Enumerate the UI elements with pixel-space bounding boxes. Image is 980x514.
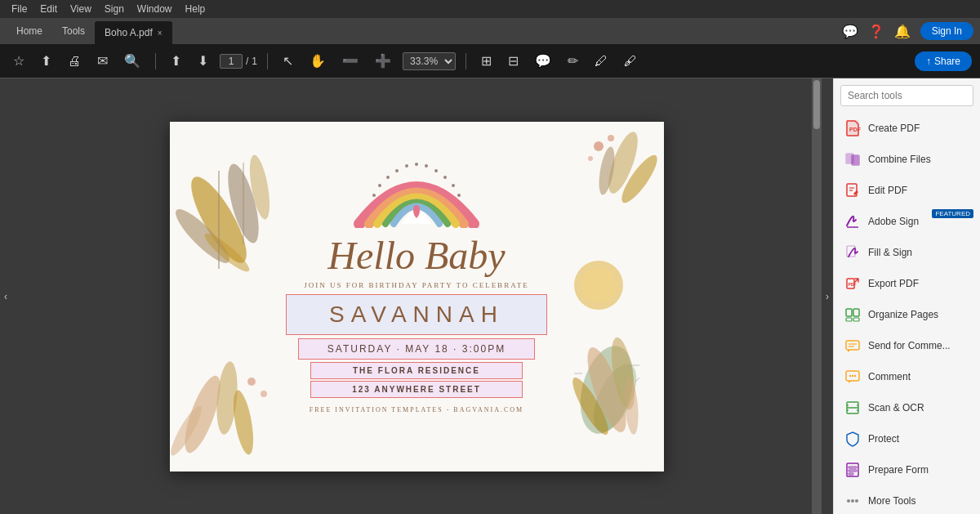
bookmark-button[interactable]: ☆ xyxy=(8,50,29,72)
tool-edit-pdf[interactable]: Edit PDF xyxy=(834,175,980,206)
scan-ocr-icon xyxy=(844,399,862,417)
pen-tool-button[interactable]: ✏ xyxy=(563,50,583,72)
svg-point-36 xyxy=(425,164,428,168)
create-pdf-label: Create PDF xyxy=(868,123,920,134)
select-tool-button[interactable]: ↖ xyxy=(278,50,298,72)
export-pdf-icon: PDF xyxy=(844,275,862,293)
more-tools-icon xyxy=(844,492,862,510)
svg-point-31 xyxy=(378,184,381,187)
join-us-text: JOIN US FOR BIRTHDAY PARTY TO CELEBRATE xyxy=(304,281,528,289)
tab-home[interactable]: Home xyxy=(7,22,52,40)
svg-point-34 xyxy=(405,164,408,168)
svg-rect-70 xyxy=(849,467,857,468)
notifications-icon[interactable]: 🔔 xyxy=(894,24,911,39)
menu-edit[interactable]: Edit xyxy=(35,2,62,16)
menu-help[interactable]: Help xyxy=(180,2,211,16)
svg-rect-52 xyxy=(846,309,852,316)
protect-label: Protect xyxy=(868,433,899,445)
page-input[interactable] xyxy=(220,54,243,69)
share-icon: ↑ xyxy=(926,56,931,67)
venue2-text: 123 ANYWHERE STREET xyxy=(324,385,509,394)
stamp-button[interactable]: 🖋 xyxy=(619,51,642,72)
combine-files-icon xyxy=(844,150,862,168)
comment-icon xyxy=(844,368,862,386)
svg-point-33 xyxy=(395,169,399,172)
search-tools-input[interactable] xyxy=(840,85,973,106)
svg-point-35 xyxy=(415,163,418,166)
hand-tool-button[interactable]: ✋ xyxy=(305,50,331,72)
menu-file[interactable]: File xyxy=(7,2,32,16)
print-button[interactable]: 🖨 xyxy=(63,51,86,72)
send-comment-icon xyxy=(844,337,862,355)
share-label: Share xyxy=(934,56,960,67)
card-content: Hello Baby JOIN US FOR BIRTHDAY PARTY TO… xyxy=(170,122,664,472)
menu-sign[interactable]: Sign xyxy=(100,2,129,16)
venue1-box: THE FLORA RESIDENCE xyxy=(310,362,523,379)
organize-pages-label: Organize Pages xyxy=(868,309,938,320)
zoom-out-button[interactable]: ➖ xyxy=(337,50,363,72)
highlight-button[interactable]: 🖊 xyxy=(590,51,612,72)
tool-combine-files[interactable]: Combine Files xyxy=(834,144,980,175)
menu-bar: File Edit View Sign Window Help xyxy=(0,0,980,18)
email-button[interactable]: ✉ xyxy=(92,50,113,72)
tool-fill-sign[interactable]: Fill & Sign xyxy=(834,237,980,268)
svg-point-10 xyxy=(594,141,604,151)
zoom-select[interactable]: 33.3% 50% 75% 100% xyxy=(403,52,456,70)
comment-tool-button[interactable]: 💬 xyxy=(530,50,556,72)
venue2-box: 123 ANYWHERE STREET xyxy=(310,381,523,398)
comment-label: Comment xyxy=(868,371,911,382)
tool-create-pdf[interactable]: PDF Create PDF xyxy=(834,113,980,144)
send-comment-label: Send for Comme... xyxy=(868,340,951,351)
upload-button[interactable]: ⬆ xyxy=(36,50,56,72)
tool-protect[interactable]: Protect xyxy=(834,423,980,454)
svg-rect-44 xyxy=(852,155,859,165)
svg-point-73 xyxy=(847,499,850,503)
tab-file[interactable]: Boho A.pdf × xyxy=(95,21,172,44)
svg-point-38 xyxy=(443,176,447,179)
svg-point-32 xyxy=(386,176,390,179)
tool-prepare-form[interactable]: Prepare Form xyxy=(834,454,980,485)
organize-pages-icon xyxy=(844,306,862,324)
next-page-button[interactable]: ⬇ xyxy=(193,50,213,72)
svg-point-30 xyxy=(372,194,376,197)
close-tab-button[interactable]: × xyxy=(158,29,163,38)
tab-tools[interactable]: Tools xyxy=(52,22,95,40)
prev-page-button[interactable]: ⬆ xyxy=(166,50,186,72)
page-total: 1 xyxy=(252,56,257,67)
right-collapse-button[interactable]: › xyxy=(822,78,833,514)
toolbar: ☆ ⬆ 🖨 ✉ 🔍 ⬆ ⬇ / 1 ↖ ✋ ➖ ➕ 33.3% 50% 75% … xyxy=(0,44,980,78)
marquee-zoom-button[interactable]: ⊟ xyxy=(503,50,523,72)
svg-point-12 xyxy=(588,156,593,161)
leaf-decoration-topleft xyxy=(170,122,301,285)
tool-adobe-sign[interactable]: Adobe Sign FEATURED xyxy=(834,206,980,237)
tool-scan-ocr[interactable]: Scan & OCR xyxy=(834,392,980,423)
prepare-form-icon xyxy=(844,461,862,479)
search-button[interactable]: 🔍 xyxy=(119,50,145,72)
tool-organize-pages[interactable]: Organize Pages xyxy=(834,299,980,330)
fit-page-button[interactable]: ⊞ xyxy=(476,50,497,72)
leaf-decoration-bottomleft xyxy=(170,349,284,472)
edit-pdf-icon xyxy=(844,181,862,199)
zoom-in-button[interactable]: ➕ xyxy=(370,50,396,72)
sign-in-button[interactable]: Sign In xyxy=(920,22,973,40)
more-tools-label: More Tools xyxy=(868,495,915,507)
svg-point-60 xyxy=(849,375,851,377)
tool-send-comment[interactable]: Send for Comme... xyxy=(834,330,980,361)
chat-icon[interactable]: 💬 xyxy=(842,24,858,39)
share-button[interactable]: ↑ Share xyxy=(915,51,972,71)
help-icon[interactable]: ❓ xyxy=(868,24,884,39)
menu-window[interactable]: Window xyxy=(132,2,177,16)
scroll-thumb[interactable] xyxy=(813,80,820,129)
header-actions: 💬 ❓ 🔔 Sign In xyxy=(842,22,973,40)
tool-export-pdf[interactable]: PDF Export PDF xyxy=(834,268,980,299)
left-collapse-button[interactable]: ‹ xyxy=(0,78,11,514)
svg-text:PDF: PDF xyxy=(849,127,861,132)
svg-point-62 xyxy=(854,375,856,377)
tool-more-tools[interactable]: More Tools xyxy=(834,485,980,514)
svg-point-20 xyxy=(581,267,617,303)
vertical-scrollbar[interactable] xyxy=(812,78,822,514)
svg-rect-53 xyxy=(853,309,859,316)
menu-view[interactable]: View xyxy=(65,2,96,16)
svg-rect-55 xyxy=(853,318,859,321)
tool-comment[interactable]: Comment xyxy=(834,361,980,392)
